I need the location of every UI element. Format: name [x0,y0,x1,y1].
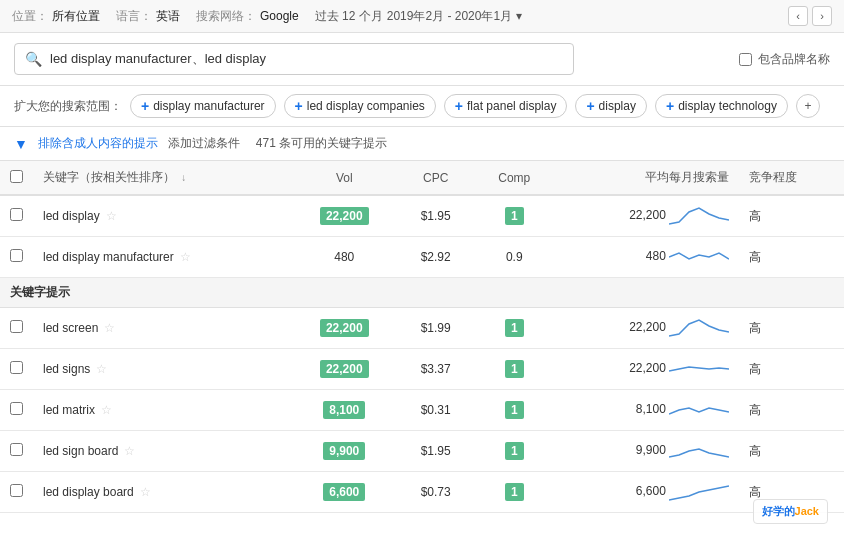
vol-value: 6,600 [323,483,365,501]
row-cpc: $0.31 [397,390,474,431]
chip-label-3: flat panel display [467,99,556,113]
comp-value: 0.9 [506,250,523,264]
row-keyword: led display ☆ [33,195,291,237]
brand-checkbox-input[interactable] [739,53,752,66]
prev-arrow[interactable]: ‹ [788,6,808,26]
row-cpc: $2.92 [397,237,474,278]
monthly-value: 22,200 [629,361,666,375]
row-monthly: 6,600 [554,472,739,513]
chip-flat-panel-display[interactable]: + flat panel display [444,94,568,118]
star-icon[interactable]: ☆ [101,403,112,417]
row-comp: 0.9 [474,237,554,278]
vol-value: 22,200 [320,207,369,225]
row-checkbox-cell [0,237,33,278]
row-checkbox[interactable] [10,208,23,221]
row-keyword: led display board ☆ [33,472,291,513]
vol-value: 8,100 [323,401,365,419]
star-icon[interactable]: ☆ [104,321,115,335]
row-vol: 9,900 [291,431,397,472]
section-header-row: 关键字提示 [0,278,844,308]
row-cpc: $0.73 [397,472,474,513]
monthly-value: 22,200 [629,208,666,222]
row-competition: 高 [739,390,844,431]
watermark-text1: 好学的 [762,505,795,513]
monthly-value: 6,600 [636,484,666,498]
comp-value: 1 [505,207,524,225]
search-input-wrap[interactable]: 🔍 led display manufacturer、led display [14,43,574,75]
chip-led-display-companies[interactable]: + led display companies [284,94,436,118]
row-checkbox[interactable] [10,484,23,497]
header-monthly: 平均每月搜索量 [554,161,739,195]
table-row: led display board ☆ 6,600 $0.73 1 6,600 … [0,472,844,513]
sparkline-svg [669,398,729,422]
select-all-checkbox[interactable] [10,170,23,183]
row-checkbox-cell [0,431,33,472]
suggestions-row: 扩大您的搜索范围： + display manufacturer + led d… [0,86,844,127]
keyword-text: led display manufacturer [43,250,174,264]
star-icon[interactable]: ☆ [96,362,107,376]
date-value: 2019年2月 - 2020年1月 [387,8,512,25]
row-checkbox-cell [0,390,33,431]
row-monthly: 8,100 [554,390,739,431]
row-checkbox[interactable] [10,402,23,415]
period-label: 过去 12 个月 [315,8,383,25]
keyword-text: led signs [43,362,90,376]
network-item: 搜索网络： Google [196,8,299,25]
row-vol: 22,200 [291,349,397,390]
row-checkbox[interactable] [10,443,23,456]
plus-icon-3: + [455,98,463,114]
chip-display[interactable]: + display [575,94,647,118]
row-competition: 高 [739,431,844,472]
row-cpc: $1.95 [397,431,474,472]
row-competition: 高 [739,349,844,390]
row-checkbox[interactable] [10,320,23,333]
top-bar: 位置： 所有位置 语言： 英语 搜索网络： Google 过去 12 个月 20… [0,0,844,33]
star-icon[interactable]: ☆ [180,250,191,264]
row-checkbox-cell [0,195,33,237]
keyword-text: led sign board [43,444,118,458]
star-icon[interactable]: ☆ [124,444,135,458]
row-comp: 1 [474,390,554,431]
nav-arrows: ‹ › [788,6,832,26]
comp-value: 1 [505,360,524,378]
chip-display-manufacturer[interactable]: + display manufacturer [130,94,276,118]
row-monthly: 22,200 [554,195,739,237]
watermark: 好学的Jack [753,499,828,513]
table-body: led display ☆ 22,200 $1.95 1 22,200 高 [0,195,844,513]
language-item: 语言： 英语 [116,8,180,25]
exclude-adult-link[interactable]: 排除含成人内容的提示 [38,135,158,152]
search-bar: 🔍 led display manufacturer、led display 包… [0,33,844,86]
row-keyword: led display manufacturer ☆ [33,237,291,278]
comp-value: 1 [505,401,524,419]
row-comp: 1 [474,195,554,237]
date-range[interactable]: 过去 12 个月 2019年2月 - 2020年1月 ▾ [315,8,522,25]
row-checkbox[interactable] [10,361,23,374]
comp-value: 1 [505,319,524,337]
suggestions-label: 扩大您的搜索范围： [14,98,122,115]
row-vol: 480 [291,237,397,278]
row-comp: 1 [474,472,554,513]
header-cpc: CPC [397,161,474,195]
plus-icon-5: + [666,98,674,114]
row-checkbox[interactable] [10,249,23,262]
watermark-text2: Jack [795,505,819,513]
row-competition: 高 [739,308,844,349]
network-value: Google [260,9,299,23]
sort-icon[interactable]: ↓ [181,172,186,183]
add-filter-link[interactable]: 添加过滤条件 [168,135,240,152]
row-monthly: 22,200 [554,308,739,349]
next-arrow[interactable]: › [812,6,832,26]
chip-display-technology[interactable]: + display technology [655,94,788,118]
more-chips-button[interactable]: + [796,94,820,118]
table-row: led screen ☆ 22,200 $1.99 1 22,200 高 [0,308,844,349]
location-item: 位置： 所有位置 [12,8,100,25]
star-icon[interactable]: ☆ [140,485,151,499]
vol-value: 22,200 [320,319,369,337]
star-icon[interactable]: ☆ [106,209,117,223]
dropdown-icon[interactable]: ▾ [516,9,522,23]
monthly-value: 22,200 [629,320,666,334]
row-checkbox-cell [0,472,33,513]
row-vol: 22,200 [291,308,397,349]
brand-checkbox-wrap[interactable]: 包含品牌名称 [739,51,830,68]
search-icon: 🔍 [25,51,42,67]
